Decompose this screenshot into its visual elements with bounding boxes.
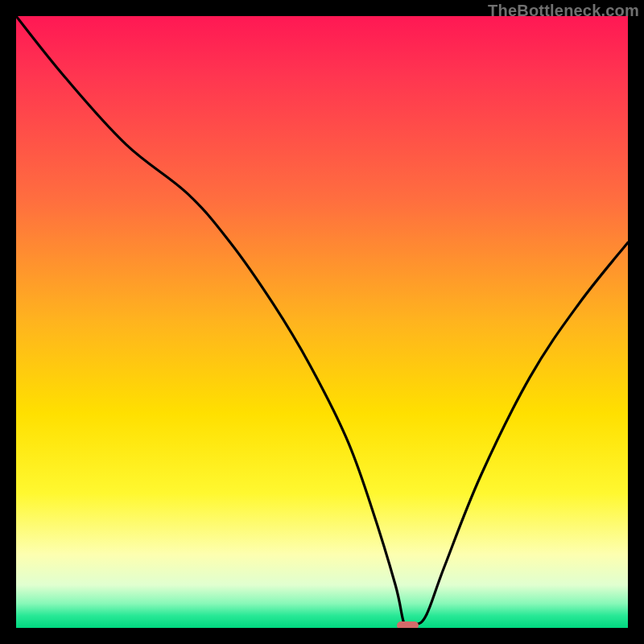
chart-frame: TheBottleneck.com [0,0,644,644]
plot-area [16,16,628,628]
minimum-marker [397,621,419,628]
bottleneck-curve [16,16,628,628]
watermark-text: TheBottleneck.com [488,2,639,20]
